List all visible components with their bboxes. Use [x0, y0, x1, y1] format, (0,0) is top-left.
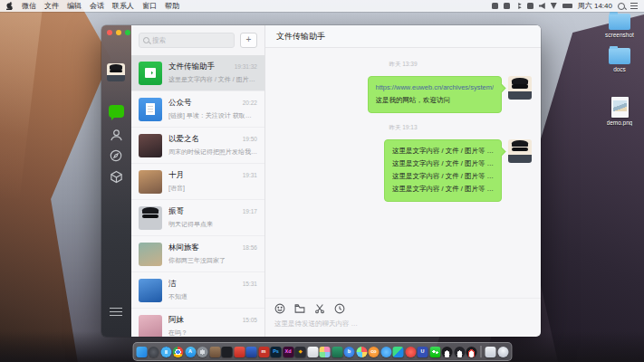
dock-trash[interactable]	[497, 347, 508, 357]
dock-app[interactable]	[332, 347, 342, 357]
volume-icon[interactable]	[539, 3, 545, 9]
chat-preview: 在吗？	[168, 329, 257, 337]
desktop-icon[interactable]: docs	[598, 48, 641, 72]
chat-avatar	[139, 243, 162, 266]
my-avatar[interactable]	[508, 139, 532, 163]
dock-app[interactable]	[393, 347, 404, 357]
battery-icon[interactable]	[562, 4, 572, 8]
message-text: 这是我的网站，欢迎访问	[376, 94, 494, 107]
spotlight-icon[interactable]	[618, 3, 625, 10]
zoom-button[interactable]	[125, 30, 130, 35]
chat-name: 阿妹	[168, 315, 240, 326]
message-bubble[interactable]: https://www.euweb.cn/archives/system/ 这是…	[368, 76, 502, 113]
dock-app[interactable]: A	[185, 347, 196, 357]
menu-item[interactable]: 窗口	[142, 1, 157, 11]
chat-list-item[interactable]: 振哥 19:17 明天记得早点来	[131, 200, 264, 236]
menu-item[interactable]: 会话	[90, 1, 104, 11]
dock-app[interactable]	[149, 347, 159, 357]
dock-app[interactable]	[442, 347, 453, 357]
chat-list-item[interactable]: 文件传输助手 19:31:32 这里是文字内容 / 文件 / 图片等…	[131, 55, 264, 91]
chat-list-item[interactable]: 洁 15:31 不知道	[131, 272, 264, 309]
menu-item[interactable]: 文件	[44, 1, 59, 11]
dock-app[interactable]	[234, 347, 245, 357]
chat-list: 文件传输助手 19:31:32 这里是文字内容 / 文件 / 图片等… 公众号	[131, 55, 264, 337]
menu-clock[interactable]: 周六 14:40	[578, 1, 612, 11]
menu-item[interactable]: 微信	[22, 1, 36, 11]
emoji-icon[interactable]	[274, 303, 285, 314]
screenshot-icon[interactable]	[314, 303, 325, 314]
dock-app[interactable]: co	[369, 347, 380, 357]
dock-app[interactable]	[356, 347, 367, 357]
wifi-icon[interactable]	[551, 3, 557, 9]
input-area: 这里是待发送的聊天内容 …	[265, 298, 541, 337]
chat-avatar	[139, 134, 162, 157]
dock-app[interactable]	[136, 347, 147, 357]
dock-app[interactable]	[380, 347, 391, 357]
dock-app[interactable]	[197, 347, 208, 357]
chats-tab-icon[interactable]	[109, 105, 124, 118]
dock-app[interactable]: b	[344, 347, 355, 357]
discover-tab-icon[interactable]	[110, 149, 122, 162]
my-avatar[interactable]	[508, 76, 532, 100]
dock-app[interactable]	[429, 347, 440, 357]
new-chat-button[interactable]: +	[240, 33, 257, 48]
chat-time: 20:22	[243, 100, 257, 106]
minimize-button[interactable]	[116, 30, 121, 35]
dock-app[interactable]	[405, 347, 416, 357]
chat-list-item[interactable]: 林间旅客 18:56 你都两三年没回家了	[131, 236, 264, 272]
dock-app[interactable]	[222, 347, 233, 357]
apple-menu-icon[interactable]	[6, 2, 14, 10]
message-text: 这里是文字内容 / 文件 / 图片等 …	[392, 145, 494, 157]
chat-preview: [语音]	[168, 184, 257, 193]
bubble-tail	[496, 147, 505, 156]
dock-app[interactable]	[307, 347, 318, 357]
contacts-tab-icon[interactable]	[110, 129, 123, 142]
dock-app[interactable]: ◆	[295, 347, 306, 357]
desktop-icon[interactable]: demo.png	[598, 97, 641, 126]
chat-list-item[interactable]: 以爱之名 19:50 周末的时候记得把照片发给我…	[131, 128, 264, 164]
airplay-icon[interactable]	[504, 3, 510, 9]
search-input[interactable]: 搜索	[139, 33, 235, 48]
bluetooth-icon[interactable]	[515, 3, 522, 9]
chat-history-icon[interactable]	[334, 303, 345, 314]
dock-app[interactable]	[160, 347, 171, 357]
menu-bar: 微信 文件 编辑 会话 联系人 窗口 帮助	[0, 0, 644, 12]
chat-preview: 不知道	[168, 292, 257, 301]
more-menu-icon[interactable]	[110, 308, 122, 316]
profile-avatar[interactable]	[107, 63, 125, 81]
dock-app[interactable]	[466, 347, 477, 357]
menu-item[interactable]: 帮助	[165, 1, 179, 11]
desktop-icon-thumb	[609, 14, 630, 30]
dock-app[interactable]	[246, 347, 257, 357]
send-file-icon[interactable]	[294, 303, 305, 314]
message-text: 这里是文字内容 / 文件 / 图片等 …	[392, 157, 494, 170]
notification-center-icon[interactable]	[630, 3, 638, 9]
menu-item[interactable]: 联系人	[112, 1, 134, 11]
input-source-icon[interactable]	[527, 3, 533, 9]
close-button[interactable]	[107, 30, 112, 35]
dock-app[interactable]	[209, 347, 220, 357]
dock-app[interactable]: Xd	[283, 347, 293, 357]
dock-downloads-stack[interactable]	[485, 347, 496, 357]
sync-icon[interactable]	[492, 3, 498, 9]
dock-separator	[481, 346, 482, 357]
message-bubble[interactable]: 这里是文字内容 / 文件 / 图片等 … 这里是文字内容 / 文件 / 图片等 …	[384, 139, 502, 202]
chat-name: 振哥	[168, 206, 240, 217]
dock-app[interactable]: Ps	[271, 347, 282, 357]
chat-avatar	[139, 62, 162, 85]
chat-list-panel: 搜索 + 文件传输助手 19:31:32 这里是文字内容 / 文件 / 图片等…	[131, 25, 265, 337]
chat-list-item[interactable]: 阿妹 15:05 在吗？	[131, 309, 264, 337]
menu-item[interactable]: 编辑	[67, 1, 82, 11]
dock-app[interactable]	[173, 347, 184, 357]
chat-list-item[interactable]: 公众号 20:22 [链接] 早读：关注设计 获取资…	[131, 91, 264, 128]
mini-apps-tab-icon[interactable]	[110, 170, 123, 184]
message-input[interactable]: 这里是待发送的聊天内容 …	[274, 319, 532, 329]
dock-app[interactable]: U	[418, 347, 428, 357]
chat-time: 19:31:32	[235, 63, 257, 70]
dock-app[interactable]	[320, 347, 331, 357]
search-placeholder: 搜索	[152, 36, 166, 45]
chat-list-item[interactable]: 十月 19:31 [语音]	[131, 164, 264, 200]
desktop-icon[interactable]: screenshot	[598, 14, 641, 38]
dock-app[interactable]	[454, 347, 465, 357]
dock-app[interactable]: m	[258, 347, 269, 357]
